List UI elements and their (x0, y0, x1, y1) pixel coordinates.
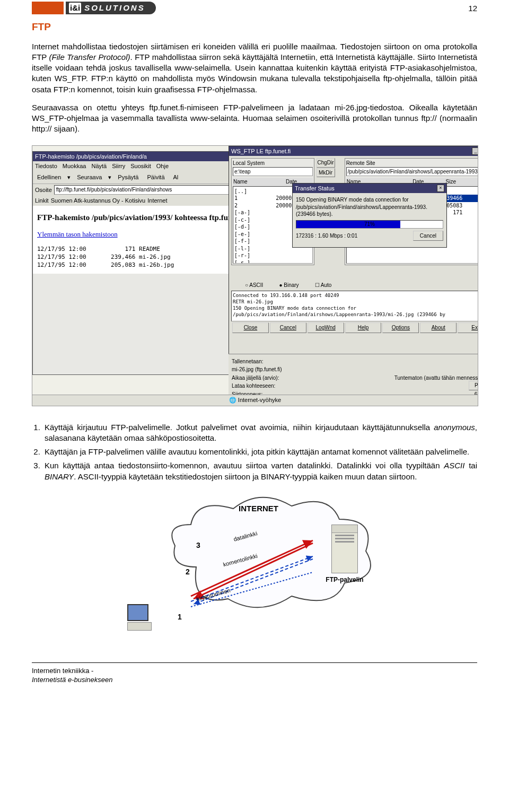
dir-heading: FTP-hakemisto /pub/pics/aviation/1993/ k… (37, 212, 257, 223)
globe-icon: 🌐 (229, 396, 236, 404)
wsftp-bottom-buttons: Close Cancel LogWnd Help Options About E… (229, 321, 478, 334)
ascii-radio[interactable]: ○ ASCII (245, 282, 263, 289)
menu-file[interactable]: Tiedosto (35, 162, 57, 170)
step-1: Käyttäjä kirjautuu FTP-palvelimelle. Jot… (42, 422, 477, 444)
auto-radio[interactable]: ☐ Auto (315, 282, 332, 289)
links-item-1[interactable]: Suomen Atk-kustannus Oy - Kotisivu (51, 197, 146, 205)
intro-paragraph-1: Internet mahdollistaa tiedostojen siirtä… (32, 41, 477, 95)
transfer-msg: /pub/pics/aviation/Finland/airshows/Lapp… (296, 204, 443, 211)
minimize-button[interactable]: _ (472, 147, 478, 155)
step-number-1: 1 (178, 612, 182, 622)
address-label: Osoite (35, 186, 52, 194)
list-item: [-s-] (234, 259, 311, 264)
browser-titlebar: FTP-hakemisto /pub/pics/aviation/Finland… (33, 152, 261, 162)
menu-edit[interactable]: Muokkaa (63, 162, 86, 170)
page-number: 12 (468, 3, 477, 14)
footer-line-2: Internetistä e-businekseen (32, 675, 477, 685)
options-button[interactable]: Options (382, 322, 419, 333)
progress-percent: 71% (296, 221, 443, 228)
links-row: Linkit Suomen Atk-kustannus Oy - Kotisiv… (33, 196, 261, 206)
transfer-stats: 172316 : 1.60 Mbps : 0:01 (296, 232, 357, 240)
chgdir-button[interactable]: ChgDir (317, 158, 335, 168)
binary-radio[interactable]: ● Binary (279, 282, 299, 289)
close-button[interactable]: Close (232, 322, 269, 333)
local-path[interactable]: e:\teap (233, 167, 313, 177)
menu-view[interactable]: Näytä (91, 162, 107, 170)
mkdir-button[interactable]: MkDir (317, 168, 335, 178)
refresh-button[interactable]: Päivitä (145, 173, 167, 182)
brand-text: SOLUTIONS (84, 3, 145, 13)
remote-path[interactable]: /pub/pics/aviation/Finland/airshows/Lapp… (346, 167, 478, 177)
list-item: [-r-] (234, 252, 311, 259)
browser-window: FTP-hakemisto /pub/pics/aviation/Finland… (32, 151, 261, 375)
step-2: Käyttäjän ja FTP-palvelimen välille avau… (42, 447, 477, 457)
file-row[interactable]: 12/17/95 12:00 171 README (37, 246, 257, 254)
cancel-button[interactable]: Cancel (413, 231, 443, 241)
intro-paragraph-2: Seuraavassa on otettu yhteys ftp.funet.f… (32, 102, 477, 135)
ie-zone-status: 🌐 Internet-vyöhyke (32, 395, 478, 406)
cancel-button[interactable]: Cancel (270, 322, 306, 333)
wsftp-window: WS_FTP LE ftp.funet.fi _ □ × Local Syste… (229, 146, 478, 359)
menu-help[interactable]: Ohje (156, 162, 169, 170)
section-title: FTP (32, 20, 477, 34)
logwnd-button[interactable]: LogWnd (308, 322, 344, 333)
forward-button[interactable]: Seuraava (75, 173, 104, 182)
transfer-mode-radios: ○ ASCII ● Binary ☐ Auto (229, 280, 478, 291)
brand-header: i&i SOLUTIONS (32, 0, 477, 16)
transfer-title: Transfer Status (295, 185, 335, 193)
header-accent (32, 2, 64, 14)
step-number-3: 3 (196, 540, 200, 551)
brand-wordmark: i&i SOLUTIONS (66, 2, 156, 14)
wsftp-title: WS_FTP LE ftp.funet.fi (231, 147, 291, 155)
numbered-steps: Käyttäjä kirjautuu FTP-palvelimelle. Jot… (42, 422, 477, 482)
server-label: FTP-palvelin (323, 575, 366, 584)
transfer-status-dialog: Transfer Status × 150 Opening BINARY mod… (292, 183, 447, 248)
step-number-2: 2 (186, 567, 190, 577)
transfer-msg: 150 Opening BINARY mode data connection … (296, 196, 443, 204)
close-icon[interactable]: × (437, 185, 444, 192)
internet-label: INTERNET (239, 503, 278, 514)
cancel-button[interactable]: Peruuta (469, 381, 478, 390)
links-label: Linkit (35, 197, 49, 205)
browser-body: FTP-hakemisto /pub/pics/aviation/1993/ k… (33, 206, 261, 274)
server-icon: FTP-palvelin (323, 525, 366, 588)
stop-button[interactable]: Pysäytä (116, 173, 141, 182)
file-row[interactable]: 12/17/95 12:00 205,083 mi-26b.jpg (37, 261, 257, 269)
up-link[interactable]: Ylemmän tason hakemistoon (37, 230, 118, 238)
menu-favorites[interactable]: Suosikit (130, 162, 151, 170)
local-label: Local System (233, 160, 313, 167)
brand-logo: i&i (69, 3, 81, 13)
progress-bar: 71% (296, 220, 443, 229)
address-row: Osoite ftp://ftp.funet.fi/pub/pics/aviat… (33, 184, 261, 196)
help-button[interactable]: Help (345, 322, 382, 333)
about-button[interactable]: About (420, 322, 457, 333)
back-button[interactable]: Edellinen (35, 173, 63, 182)
menu-go[interactable]: Siirry (112, 162, 125, 170)
screenshot-composite: FTP-hakemisto /pub/pics/aviation/Finland… (32, 145, 478, 406)
footer-line-1: Internetin tekniikka - (32, 666, 477, 676)
remote-label: Remote Site (346, 160, 478, 167)
browser-title: FTP-hakemisto /pub/pics/aviation/Finland… (35, 153, 147, 161)
transfer-msg: (239466 bytes). (296, 211, 443, 218)
client-pc-icon (127, 604, 159, 636)
browser-menubar: Tiedosto Muokkaa Näytä Siirry Suosikit O… (33, 161, 261, 171)
exit-button[interactable]: Exit (458, 322, 478, 333)
status-log: Connected to 193.166.0.148 port 40249 RE… (231, 291, 478, 321)
step-3: Kun käyttäjä antaa tiedostonsiirto-komen… (42, 460, 477, 482)
file-row[interactable]: 12/17/95 12:00 239,466 mi-26.jpg (37, 254, 257, 261)
page-footer: Internetin tekniikka - Internetistä e-bu… (32, 662, 477, 685)
home-button[interactable]: Al (171, 173, 181, 182)
browser-toolbar: Edellinen▾ Seuraava▾ Pysäytä Päivitä Al (33, 171, 261, 184)
wsftp-titlebar: WS_FTP LE ftp.funet.fi _ □ × (229, 146, 478, 156)
links-item-2[interactable]: Internet (147, 197, 167, 205)
ftp-diagram: INTERNET FTP-palvelin datalinkki komento… (127, 493, 382, 641)
